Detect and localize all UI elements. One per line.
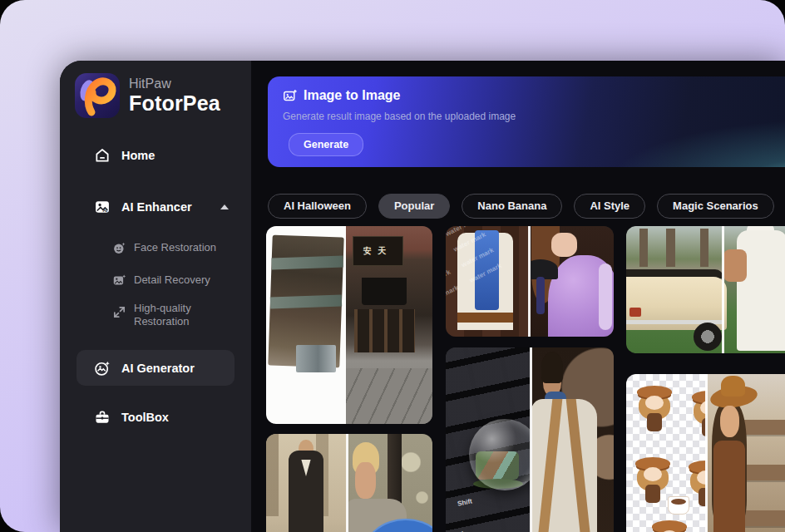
plunger-handle — [536, 277, 545, 314]
image-to-image-banner[interactable]: Image to Image Generate result image bas… — [268, 76, 785, 167]
sidebar-item-label: AI Generator — [121, 362, 195, 375]
person-in-white — [737, 230, 785, 351]
clean-side — [530, 226, 614, 337]
gallery-card-old-photo-colorize[interactable] — [266, 434, 432, 532]
chip-magic-scenarios[interactable]: Magic Scenarios — [657, 194, 774, 219]
cocoa-mug — [668, 496, 689, 515]
page: HitPaw FotorPea Home AI AI Enhance — [0, 0, 785, 532]
sidebar-subitem-label: Face Restoration — [134, 241, 216, 254]
sepia-side — [266, 434, 346, 532]
tail-light — [629, 308, 641, 317]
street-clutter — [296, 345, 336, 372]
chip-ai-style[interactable]: AI Style — [574, 194, 645, 219]
car-wheel — [694, 323, 722, 351]
cowboy-hat-crown — [721, 376, 745, 397]
sidebar-subitem-label: High-quality Restoration — [134, 302, 214, 328]
cowgirl-photo-side — [707, 374, 785, 532]
sidebar-item-ai-generator[interactable]: AI Generator — [77, 350, 235, 386]
watermark-overlay: water mark water mark water mark water m… — [446, 226, 530, 337]
shop-sign: 安天 — [353, 236, 402, 266]
chibi-cowgirl-wave — [688, 391, 707, 442]
chevron-up-icon[interactable] — [220, 204, 229, 209]
chip-popular[interactable]: Popular — [378, 194, 450, 219]
sidebar-item-ai-enhancer[interactable]: AI AI Enhancer — [94, 199, 229, 215]
cutout-side — [266, 226, 346, 424]
before-after-divider — [346, 434, 348, 532]
chip-nano-banana[interactable]: Nano Banana — [462, 194, 562, 219]
brand: HitPaw FotorPea — [75, 73, 220, 118]
toolbox-icon — [94, 409, 111, 426]
filter-chip-row: AI Halloween Popular Nano Banana AI Styl… — [268, 194, 785, 219]
adventurer-side — [530, 347, 614, 532]
brand-text: HitPaw FotorPea — [129, 73, 220, 115]
stone-pavement — [346, 368, 432, 424]
sidebar-subitem-face-restoration[interactable]: Face Restoration — [112, 241, 216, 255]
cowgirl-face — [720, 406, 739, 437]
watermark-text: water mark — [446, 283, 460, 306]
home-icon — [94, 147, 111, 164]
logo-p-glyph — [75, 73, 120, 118]
shop-sign-text: 安天 — [363, 245, 392, 257]
tree-trunk — [700, 229, 708, 267]
sticker-sheet-side — [626, 374, 707, 532]
banner-title: Image to Image — [304, 88, 400, 103]
roof-stripe — [271, 256, 343, 270]
before-after-divider — [722, 226, 724, 353]
plunger-cup — [530, 259, 558, 279]
main-content: Image to Image Generate result image bas… — [251, 61, 785, 532]
sidebar-item-label: ToolBox — [121, 411, 169, 424]
banner-title-row: Image to Image — [283, 88, 400, 103]
photo-side: 安天 — [346, 226, 432, 424]
svg-text:AI: AI — [102, 208, 107, 213]
face-restoration-icon — [112, 241, 126, 255]
sidebar-item-label: AI Enhancer — [121, 200, 192, 214]
before-after-divider — [705, 374, 708, 532]
fotorpea-logo — [75, 73, 120, 118]
shop-doors — [354, 309, 415, 352]
sidebar: HitPaw FotorPea Home AI AI Enhance — [60, 61, 251, 532]
watermark-text: water mark — [460, 246, 495, 268]
app-window: HitPaw FotorPea Home AI AI Enhance — [60, 61, 785, 532]
roof-stripe — [270, 295, 343, 309]
watermark-text: water mark — [468, 262, 503, 284]
banner-subtitle: Generate result image based on the uploa… — [283, 111, 516, 122]
adventurer-hair — [541, 352, 563, 383]
chibi-cowgirl-partial — [648, 520, 691, 532]
tree-trunk — [666, 229, 674, 267]
sidebar-item-home[interactable]: Home — [94, 147, 155, 164]
man-face — [355, 462, 376, 499]
gallery-card-vintage-car-couple[interactable] — [626, 226, 785, 353]
detail-recovery-icon — [112, 273, 126, 288]
sidebar-subitem-detail-recovery[interactable]: Detail Recovery — [112, 273, 210, 288]
brand-company: HitPaw — [129, 76, 220, 91]
sidebar-subitem-high-quality-restoration[interactable]: High-quality Restoration — [112, 302, 244, 328]
sidebar-item-toolbox[interactable]: ToolBox — [94, 409, 169, 426]
watermark-text: water mark — [452, 230, 487, 253]
ai-generator-icon — [94, 360, 111, 377]
gallery-card-costume-couple[interactable]: water mark water mark water mark water m… — [446, 226, 614, 337]
before-after-divider — [528, 226, 531, 337]
high-quality-restoration-icon — [112, 305, 126, 319]
chibi-cowgirl-wink — [633, 386, 676, 437]
noren-curtain — [362, 278, 407, 305]
tree-trunk — [639, 229, 648, 267]
color-side — [346, 434, 432, 532]
sidebar-item-label: Home — [121, 149, 155, 162]
brand-product: FotorPea — [129, 91, 220, 115]
image-to-image-icon — [283, 89, 297, 103]
before-after-divider — [530, 347, 532, 532]
sidebar-subitem-label: Detail Recovery — [134, 273, 210, 287]
embracing-arm — [723, 249, 747, 283]
skin — [551, 233, 576, 257]
gallery-card-chibi-cowgirl[interactable] — [626, 374, 785, 532]
suede-vest — [713, 441, 745, 532]
ai-enhancer-icon: AI — [94, 199, 111, 215]
generate-button[interactable]: Generate — [289, 133, 363, 156]
keyboard-side: Shift Ctrl — [446, 347, 530, 532]
watermarked-side: water mark water mark water mark water m… — [446, 226, 530, 337]
gallery-card-keyboard-terrarium[interactable]: Shift Ctrl — [446, 347, 614, 532]
gown-sleeve — [599, 264, 612, 330]
chip-ai-halloween[interactable]: AI Halloween — [268, 194, 367, 219]
gallery-card-japanese-storefront[interactable]: 安天 — [266, 226, 432, 424]
